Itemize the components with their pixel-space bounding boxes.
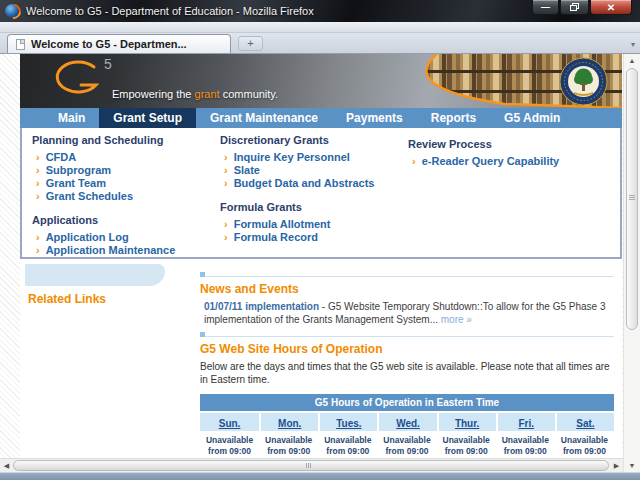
menu-link-application-maintenance[interactable]: ›Application Maintenance	[32, 244, 212, 257]
vertical-scrollbar[interactable]: ▲ ▼	[623, 54, 640, 472]
news-heading: News and Events	[200, 282, 614, 296]
day-link-fri[interactable]: Fri.	[518, 418, 534, 429]
chevron-icon: ›	[36, 190, 40, 203]
related-links-cap	[25, 264, 165, 286]
hours-intro: Below are the days and times that the G5…	[200, 360, 614, 386]
title-bar[interactable]: Welcome to G5 - Department of Education …	[0, 0, 640, 22]
page-icon	[16, 39, 25, 50]
chevron-icon: ›	[224, 231, 228, 244]
hours-cell-tues: Unavailable from 09:00 AM - 05:00 PM	[318, 431, 377, 458]
close-button[interactable]: ✕	[590, 0, 632, 15]
menu-link-grant-team[interactable]: ›Grant Team	[32, 177, 212, 190]
day-header-thur: Thur.	[437, 411, 496, 431]
hours-cell-wed: Unavailable from 09:00 AM - 05:00 PM	[377, 431, 436, 458]
day-link-tues[interactable]: Tues.	[336, 418, 361, 429]
menu-link-label: Grant Schedules	[46, 190, 133, 203]
menu-link-grant-schedules[interactable]: ›Grant Schedules	[32, 190, 212, 203]
menu-heading-applications: Applications	[32, 214, 212, 226]
hours-table: G5 Hours of Operation in Eastern Time Su…	[200, 394, 614, 458]
nav-item-main[interactable]: Main	[44, 108, 99, 128]
page-content: Related Links News and Events 01/07/11 i…	[20, 259, 622, 458]
thumb-grip-icon	[306, 463, 315, 468]
menu-link-label: CFDA	[46, 151, 77, 164]
minimize-button[interactable]: —	[532, 0, 559, 15]
nav-item-payments[interactable]: Payments	[332, 108, 417, 128]
menu-link-slate[interactable]: ›Slate	[220, 164, 400, 177]
firefox-icon	[5, 4, 19, 18]
day-header-sun: Sun.	[200, 411, 259, 431]
menu-column: Discretionary Grants›Inquire Key Personn…	[220, 134, 400, 244]
hours-cell-thur: Unavailable from 09:00 AM - 05:00 PM	[437, 431, 496, 458]
chevron-icon: ›	[36, 177, 40, 190]
menu-link-label: Slate	[234, 164, 260, 177]
window-controls: — ✕	[532, 0, 632, 15]
more-link[interactable]: more »	[441, 314, 472, 325]
news-item: 01/07/11 implementation - G5 Website Tem…	[200, 300, 614, 326]
site-banner: 5 Empowering the grant community.	[20, 54, 622, 108]
day-header-wed: Wed.	[377, 411, 436, 431]
menu-link-budget-data-and-abstracts[interactable]: ›Budget Data and Abstracts	[220, 177, 400, 190]
main-nav: MainGrant SetupGrant MaintenancePayments…	[20, 108, 622, 128]
menu-link-label: Grant Team	[46, 177, 106, 190]
chevron-icon: ›	[36, 231, 40, 244]
news-link[interactable]: 01/07/11 implementation	[204, 301, 319, 312]
new-tab-button[interactable]: +	[238, 36, 263, 51]
nav-item-g5-admin[interactable]: G5 Admin	[490, 108, 574, 128]
menu-link-formula-allotment[interactable]: ›Formula Allotment	[220, 218, 400, 231]
horizontal-scroll-thumb[interactable]	[13, 460, 609, 471]
section-divider	[200, 272, 614, 277]
nav-item-reports[interactable]: Reports	[417, 108, 490, 128]
tab-overflow-icon[interactable]: ▾	[631, 40, 635, 49]
menu-link-cfda[interactable]: ›CFDA	[32, 151, 212, 164]
menu-link-label: Inquire Key Personnel	[234, 151, 350, 164]
day-link-wed[interactable]: Wed.	[396, 418, 420, 429]
day-link-mon[interactable]: Mon.	[278, 418, 301, 429]
chevron-icon: ›	[36, 244, 40, 257]
menu-link-label: Application Log	[46, 231, 129, 244]
window-bottom-frame	[0, 472, 640, 480]
restore-button[interactable]	[560, 0, 589, 15]
day-header-fri: Fri.	[496, 411, 555, 431]
scroll-down-icon[interactable]: ▼	[624, 459, 640, 472]
day-link-sun[interactable]: Sun.	[219, 418, 241, 429]
tab-label: Welcome to G5 - Departmen...	[31, 38, 187, 50]
menu-heading-planning-and-scheduling: Planning and Scheduling	[32, 134, 212, 146]
day-link-sat[interactable]: Sat.	[576, 418, 594, 429]
vertical-scroll-thumb[interactable]	[626, 68, 638, 330]
menu-link-formula-record[interactable]: ›Formula Record	[220, 231, 400, 244]
menu-heading-discretionary-grants: Discretionary Grants	[220, 134, 400, 146]
nav-item-grant-maintenance[interactable]: Grant Maintenance	[196, 108, 332, 128]
menu-link-subprogram[interactable]: ›Subprogram	[32, 164, 212, 177]
browser-window: Welcome to G5 - Department of Education …	[0, 0, 640, 480]
chevron-icon: ›	[36, 151, 40, 164]
window-title: Welcome to G5 - Department of Education …	[26, 5, 314, 17]
hours-cell-sat: Unavailable from 09:00 AM - 05:00 PM	[555, 431, 614, 458]
main-column: News and Events 01/07/11 implementation …	[200, 259, 614, 458]
g5-logo	[48, 58, 106, 102]
horizontal-scrollbar[interactable]: ◀ ▶	[0, 458, 623, 472]
nav-item-grant-setup[interactable]: Grant Setup	[99, 108, 196, 128]
day-header-sat: Sat.	[555, 411, 614, 431]
chevron-icon: ›	[224, 164, 228, 177]
menu-link-inquire-key-personnel[interactable]: ›Inquire Key Personnel	[220, 151, 400, 164]
tab-welcome-to-g5[interactable]: Welcome to G5 - Departmen...	[7, 34, 231, 53]
menu-column: Review Process›e-Reader Query Capability	[408, 138, 613, 168]
tab-bar: Welcome to G5 - Departmen... + ▾	[0, 33, 640, 54]
tagline: Empowering the grant community.	[112, 88, 278, 100]
chevron-icon: ›	[224, 218, 228, 231]
menu-strip	[0, 22, 640, 33]
scroll-right-icon[interactable]: ▶	[610, 459, 623, 472]
dept-of-education-seal	[559, 57, 608, 106]
menu-link-label: Subprogram	[46, 164, 111, 177]
chevron-icon: ›	[224, 151, 228, 164]
g5-page: 5 Empowering the grant community.	[20, 54, 622, 458]
day-header-tues: Tues.	[318, 411, 377, 431]
day-link-thur[interactable]: Thur.	[455, 418, 479, 429]
grant-setup-menu: Planning and Scheduling›CFDA›Subprogram›…	[20, 128, 622, 259]
menu-link-application-log[interactable]: ›Application Log	[32, 231, 212, 244]
scroll-up-icon[interactable]: ▲	[624, 54, 640, 67]
menu-link-e-reader-query-capability[interactable]: ›e-Reader Query Capability	[408, 155, 613, 168]
scroll-left-icon[interactable]: ◀	[0, 459, 13, 472]
hours-cell-fri: Unavailable from 09:00 AM - 05:00 PM	[496, 431, 555, 458]
menu-link-label: e-Reader Query Capability	[422, 155, 560, 168]
